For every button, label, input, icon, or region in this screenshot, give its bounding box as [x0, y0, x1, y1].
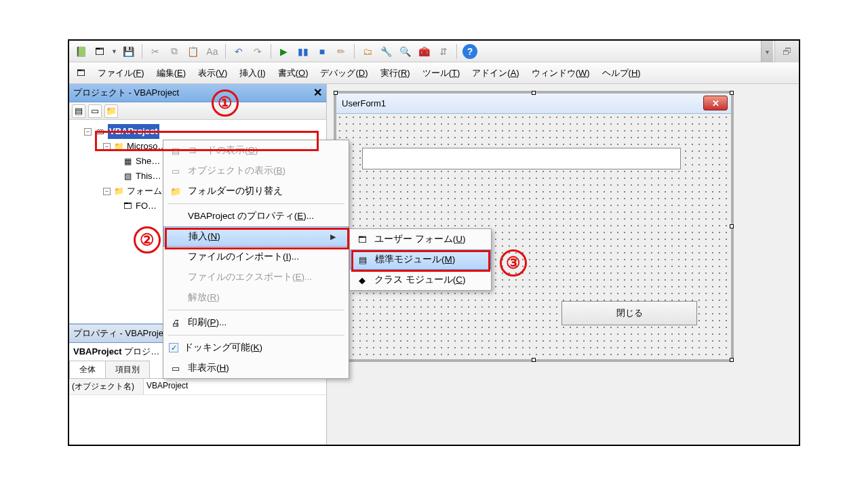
ctx-toggle-folders[interactable]: 📁 フォルダーの切り替え: [163, 181, 349, 201]
menu-run[interactable]: 実行(R): [375, 64, 416, 82]
form-indicator-icon: 🗔: [73, 66, 88, 81]
menu-insert[interactable]: 挿入(I): [234, 64, 271, 82]
folder-icon: 📁: [169, 186, 182, 197]
toolbox-collapsed-icon[interactable]: 🗗: [774, 41, 799, 62]
project-explorer-title: プロジェクト - VBAProject: [73, 87, 179, 98]
properties-header-title: プロパティ - VBAProjec…: [73, 328, 176, 338]
object-browser-icon[interactable]: 🔍: [398, 44, 413, 59]
userform-icon: 🗔: [355, 235, 369, 245]
userform-titlebar[interactable]: UserForm1 ✕: [336, 94, 731, 114]
textbox-control[interactable]: [362, 148, 681, 169]
menu-file[interactable]: ファイル(F): [92, 64, 150, 82]
run-icon[interactable]: ▶: [277, 44, 292, 59]
design-mode-icon[interactable]: ✏: [334, 44, 349, 59]
ctx-insert[interactable]: 挿入(N) ▶: [163, 226, 349, 247]
toggle-folders-icon[interactable]: 📁: [104, 104, 118, 118]
ctx-view-object: ▭ オブジェクトの表示(B): [163, 161, 349, 181]
excel-icon[interactable]: 📗: [73, 44, 88, 59]
collapse-icon[interactable]: −: [103, 188, 111, 195]
code-icon: ▤: [169, 146, 182, 156]
submenu-arrow-icon: ▶: [330, 232, 336, 241]
stop-icon[interactable]: ■: [315, 44, 330, 59]
toolbox-icon[interactable]: 🧰: [417, 44, 432, 59]
help-icon[interactable]: ?: [462, 44, 477, 59]
module-icon: ▤: [356, 255, 370, 265]
collapse-icon[interactable]: −: [103, 143, 111, 150]
annotation-2: ②: [134, 226, 161, 253]
undo-icon[interactable]: ↶: [231, 44, 246, 59]
workbook-icon: ▧: [122, 171, 133, 182]
object-icon: ▭: [169, 166, 182, 176]
menu-tools[interactable]: ツール(T): [417, 64, 466, 82]
close-button-control[interactable]: 閉じる: [561, 301, 697, 325]
annotation-3: ③: [500, 249, 527, 277]
print-icon: 🖨: [169, 318, 182, 328]
project-explorer-toolbar: ▤ ▭ 📁: [69, 102, 326, 120]
properties-window-icon[interactable]: 🔧: [379, 44, 394, 59]
menu-window[interactable]: ウィンドウ(W): [526, 64, 595, 82]
project-explorer-header: プロジェクト - VBAProject ✕: [69, 84, 326, 102]
cut-icon[interactable]: ✂: [148, 44, 163, 59]
vbaproject-icon: 🗃: [94, 126, 105, 137]
tab-order-icon[interactable]: ⇵: [436, 44, 451, 59]
folder-icon: 📁: [113, 186, 124, 197]
ctx-project-properties[interactable]: VBAProject のプロパティ(E)...: [163, 206, 349, 226]
ctx-hide[interactable]: ▭ 非表示(H): [163, 358, 349, 378]
pause-icon[interactable]: ▮▮: [296, 44, 311, 59]
view-form-icon[interactable]: 🗔: [92, 44, 107, 59]
ctx-dockable[interactable]: ✓ ドッキング可能(K): [163, 338, 349, 358]
format-painter-icon[interactable]: Aa: [205, 44, 220, 59]
userform-designer[interactable]: UserForm1 ✕ 閉じる: [334, 91, 734, 362]
menu-bar: 🗔 ファイル(F) 編集(E) 表示(V) 挿入(I) 書式(O) デバッグ(D…: [69, 62, 799, 84]
ctx-view-code: ▤ コードの表示(O): [163, 140, 349, 161]
collapse-icon[interactable]: −: [84, 128, 92, 136]
paste-icon[interactable]: 📋: [186, 44, 201, 59]
folder-icon: 📁: [113, 141, 124, 152]
redo-icon[interactable]: ↷: [250, 44, 265, 59]
hide-icon: ▭: [169, 363, 182, 373]
project-explorer-icon[interactable]: 🗂: [360, 44, 375, 59]
ctx-remove: 解放(R): [163, 287, 349, 308]
context-menu[interactable]: ▤ コードの表示(O) ▭ オブジェクトの表示(B) 📁 フォルダーの切り替え …: [163, 140, 349, 379]
userform-close-button[interactable]: ✕: [703, 96, 728, 110]
ctx-print[interactable]: 🖨 印刷(P)...: [163, 312, 349, 333]
checkbox-checked-icon: ✓: [169, 343, 178, 352]
property-name-value[interactable]: VBAProject: [144, 379, 326, 394]
menu-debug[interactable]: デバッグ(D): [315, 64, 373, 82]
menu-format[interactable]: 書式(O): [273, 64, 314, 82]
menu-view[interactable]: 表示(V): [193, 64, 233, 82]
form-icon: 🗔: [122, 201, 133, 211]
ctx-insert-userform[interactable]: 🗔 ユーザー フォーム(U): [350, 229, 491, 249]
close-icon[interactable]: ✕: [310, 85, 325, 100]
ctx-insert-class[interactable]: ◆ クラス モジュール(C): [350, 270, 491, 290]
property-name-label: (オブジェクト名): [69, 379, 144, 394]
view-object-icon[interactable]: ▭: [88, 104, 102, 118]
userform-title: UserForm1: [342, 98, 386, 108]
menu-addins[interactable]: アドイン(A): [467, 64, 524, 82]
toolbar-overflow-icon[interactable]: ▾: [761, 41, 773, 62]
tab-all[interactable]: 全体: [69, 361, 106, 378]
ctx-import-file[interactable]: ファイルのインポート(I)...: [163, 247, 349, 267]
context-submenu-insert[interactable]: 🗔 ユーザー フォーム(U) ▤ 標準モジュール(M) ◆ クラス モジュール(…: [349, 228, 492, 291]
tab-categorized[interactable]: 項目別: [105, 361, 150, 378]
standard-toolbar: 📗 🗔 ▼ 💾 ✂ ⧉ 📋 Aa ↶ ↷ ▶ ▮▮ ■ ✏ 🗂 🔧 🔍 🧰 ⇵ …: [69, 41, 799, 62]
class-icon: ◆: [355, 275, 369, 285]
dropdown-icon[interactable]: ▼: [111, 48, 117, 55]
ctx-insert-module[interactable]: ▤ 標準モジュール(M): [350, 249, 491, 270]
ctx-export-file: ファイルのエクスポート(E)...: [163, 267, 349, 287]
copy-icon[interactable]: ⧉: [167, 44, 182, 59]
save-icon[interactable]: 💾: [121, 44, 136, 59]
tree-root[interactable]: − 🗃 VBAProject: [72, 124, 323, 139]
property-row[interactable]: (オブジェクト名) VBAProject: [69, 379, 326, 395]
menu-help[interactable]: ヘルプ(H): [597, 64, 646, 82]
view-code-icon[interactable]: ▤: [72, 104, 85, 118]
annotation-1: ①: [212, 89, 239, 117]
sheet-icon: ▦: [122, 156, 133, 167]
menu-edit[interactable]: 編集(E): [151, 64, 191, 82]
